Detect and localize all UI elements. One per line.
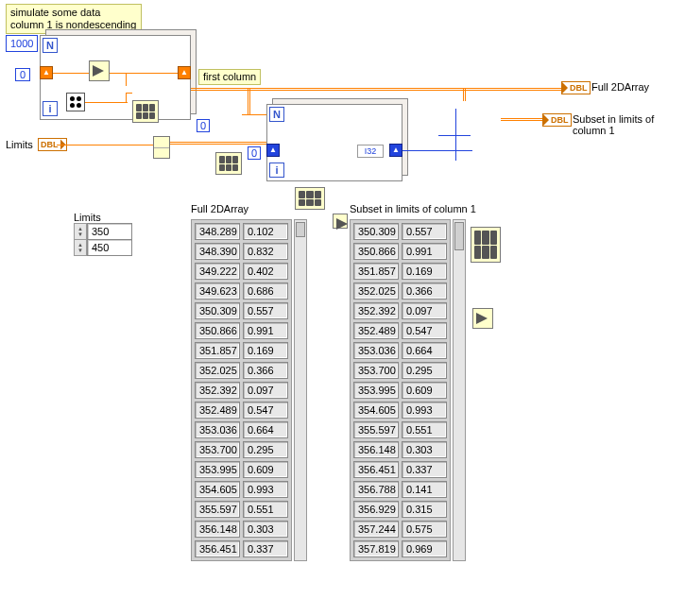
table-row: 353.0360.664 — [353, 342, 447, 359]
table-cell: 356.788 — [353, 481, 399, 498]
table-cell: 353.036 — [195, 421, 240, 438]
table-cell: 0.402 — [243, 263, 288, 280]
table-cell: 0.102 — [243, 223, 288, 240]
spin-icon[interactable]: ▲▼ — [74, 239, 87, 256]
table-row: 352.3920.097 — [353, 302, 447, 319]
table-cell: 352.489 — [353, 322, 399, 339]
table-cell: 0.295 — [402, 362, 447, 379]
table-row: 352.0250.366 — [353, 282, 447, 299]
full-array-rows: 348.2890.102348.3900.832349.2220.402349.… — [191, 219, 292, 561]
add-node — [89, 60, 110, 81]
table-cell: 350.309 — [353, 223, 399, 240]
build-array-node-1 — [132, 100, 159, 123]
table-cell: 0.991 — [243, 322, 288, 339]
loop1-i-terminal: i — [43, 101, 58, 116]
subset-array-header: Subset in limits of column 1 — [350, 203, 476, 214]
full-array-scrollbar[interactable] — [294, 219, 307, 561]
table-cell: 0.169 — [402, 263, 447, 280]
table-row: 350.8660.991 — [353, 243, 447, 260]
subset-terminal[interactable]: DBL — [542, 113, 572, 127]
table-cell: 348.390 — [195, 243, 240, 260]
table-row: 352.4890.547 — [195, 402, 288, 419]
table-cell: 356.148 — [195, 521, 240, 538]
table-cell: 350.309 — [195, 302, 240, 319]
table-cell: 356.451 — [195, 540, 240, 557]
table-cell: 0.609 — [402, 382, 447, 399]
table-row: 356.4510.337 — [195, 540, 288, 557]
table-row: 357.8190.969 — [353, 540, 447, 557]
limits-value-1[interactable]: 450 — [87, 239, 132, 256]
table-cell: 349.222 — [195, 263, 240, 280]
table-cell: 0.337 — [402, 461, 447, 478]
table-row: 353.7000.295 — [195, 441, 288, 458]
table-cell: 0.551 — [402, 421, 447, 438]
limits-value-0[interactable]: 350 — [87, 223, 132, 240]
table-row: 350.8660.991 — [195, 322, 288, 339]
table-row: 356.1480.303 — [353, 441, 447, 458]
table-cell: 351.857 — [353, 263, 399, 280]
table-row: 349.6230.686 — [195, 282, 288, 299]
table-cell: 0.686 — [243, 282, 288, 299]
increment-node — [333, 214, 348, 229]
table-cell: 0.991 — [402, 243, 447, 260]
table-row: 354.6050.993 — [195, 481, 288, 498]
zero-constant-1[interactable]: 0 — [15, 68, 30, 81]
table-cell: 357.244 — [353, 521, 399, 538]
table-row: 353.7000.295 — [353, 362, 447, 379]
subset-array-scrollbar[interactable] — [453, 219, 466, 561]
table-cell: 353.995 — [353, 382, 399, 399]
table-cell: 0.969 — [402, 540, 447, 557]
table-row: 350.3090.557 — [195, 302, 288, 319]
limits-control[interactable]: Limits ▲▼350 ▲▼450 — [74, 212, 132, 255]
table-cell: 0.303 — [243, 521, 288, 538]
zero-constant-2[interactable]: 0 — [197, 119, 210, 132]
table-cell: 0.551 — [243, 501, 288, 518]
for-loop-find — [266, 104, 402, 181]
for-loop-generate — [40, 35, 191, 120]
table-cell: 353.700 — [195, 441, 240, 458]
zero-constant-3[interactable]: 0 — [248, 146, 261, 160]
table-row: 353.9950.609 — [195, 461, 288, 478]
table-row: 351.8570.169 — [353, 263, 447, 280]
table-cell: 0.141 — [402, 481, 447, 498]
full-2darray-terminal[interactable]: DBL — [561, 81, 591, 94]
table-cell: 0.557 — [402, 223, 447, 240]
table-cell: 0.547 — [402, 322, 447, 339]
comment-line1: simulate some data — [10, 7, 100, 18]
table-cell: 0.575 — [402, 521, 447, 538]
table-cell: 0.295 — [243, 441, 288, 458]
table-cell: 0.993 — [402, 402, 447, 419]
subset-array-rows: 350.3090.557350.8660.991351.8570.169352.… — [350, 219, 451, 561]
table-cell: 0.303 — [402, 441, 447, 458]
n-constant-1000[interactable]: 1000 — [6, 35, 38, 52]
table-row: 352.0250.366 — [195, 362, 288, 379]
loop1-shift-right — [178, 66, 191, 79]
subset-array-indicator: Subset in limits of column 1 350.3090.55… — [350, 203, 476, 561]
to-i32-node: I32 — [357, 145, 384, 158]
table-cell: 0.664 — [243, 421, 288, 438]
table-cell: 351.857 — [195, 342, 240, 359]
table-cell: 0.097 — [402, 302, 447, 319]
table-cell: 0.557 — [243, 302, 288, 319]
limits-control-label: Limits — [74, 212, 132, 223]
table-cell: 0.366 — [402, 282, 447, 299]
spin-icon[interactable]: ▲▼ — [74, 223, 87, 240]
table-cell: 352.392 — [353, 302, 399, 319]
loop1-n-terminal: N — [43, 38, 58, 53]
full-2darray-indicator: Full 2DArray 348.2890.102348.3900.832349… — [191, 203, 307, 561]
table-cell: 353.700 — [353, 362, 399, 379]
table-cell: 352.025 — [195, 362, 240, 379]
table-cell: 356.929 — [353, 501, 399, 518]
table-row: 355.5970.551 — [353, 421, 447, 438]
index-array-node-a — [153, 136, 170, 159]
table-cell: 0.832 — [243, 243, 288, 260]
table-row: 353.0360.664 — [195, 421, 288, 438]
loop1-shift-left — [40, 66, 53, 79]
full-2darray-label: Full 2DArray — [591, 81, 649, 93]
table-row: 350.3090.557 — [353, 223, 447, 240]
table-cell: 356.148 — [353, 441, 399, 458]
table-cell: 0.609 — [243, 461, 288, 478]
table-cell: 350.866 — [353, 243, 399, 260]
table-cell: 348.289 — [195, 223, 240, 240]
loop2-n-terminal: N — [269, 107, 284, 122]
